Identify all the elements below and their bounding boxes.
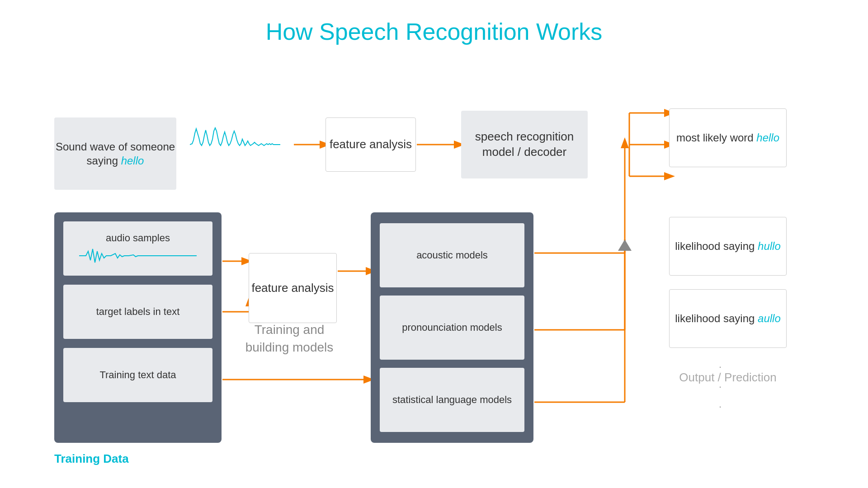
training-building-label: Training and building models	[244, 321, 335, 356]
arrow-model-to-output1	[589, 108, 679, 185]
pronunciation-models-label: pronounciation models	[402, 322, 502, 333]
acoustic-models-label: acoustic models	[416, 249, 488, 261]
feature-analysis-mid-box: feature analysis	[249, 253, 337, 323]
training-block: audio samples target labels in text Trai…	[54, 212, 222, 443]
waveform-svg	[190, 127, 280, 163]
audio-samples-label: audio samples	[106, 232, 170, 244]
arrow-text-to-slm	[222, 375, 376, 384]
speech-model-box: speech recognition model / decoder	[461, 111, 588, 178]
output3-text: likelihood saying aullo	[675, 311, 781, 325]
statistical-language-models-label: statistical language models	[392, 394, 512, 406]
diagram: Sound wave of someone saying hello featu…	[27, 68, 841, 474]
output1-text: most likely word hello	[676, 131, 779, 145]
statistical-language-models-box: statistical language models	[380, 368, 524, 432]
svg-marker-21	[618, 239, 632, 251]
output-label: Output / Prediction	[669, 371, 787, 385]
page-title: How Speech Recognition Works	[0, 0, 868, 45]
acoustic-models-box: acoustic models	[380, 223, 524, 287]
arrow-feature-to-model	[417, 138, 467, 151]
feature-analysis-top-box: feature analysis	[326, 117, 416, 172]
target-labels-label: target labels in text	[96, 306, 180, 318]
soundwave-text: Sound wave of someone saying hello	[54, 140, 176, 168]
models-block: acoustic models pronounciation models st…	[371, 212, 533, 443]
output2-text: likelihood saying hullo	[675, 239, 781, 253]
training-data-label: Training Data	[54, 452, 129, 466]
soundwave-box: Sound wave of someone saying hello	[54, 117, 176, 190]
training-text-data: Training text data	[63, 348, 212, 402]
dots: ···	[719, 357, 722, 417]
output-box-2: likelihood saying hullo	[669, 217, 787, 276]
training-audio-samples: audio samples	[63, 221, 212, 276]
feature-analysis-top-label: feature analysis	[330, 137, 412, 152]
audio-wave-svg	[71, 247, 205, 265]
training-target-labels: target labels in text	[63, 285, 212, 339]
pronunciation-models-box: pronounciation models	[380, 296, 524, 360]
training-text-label: Training text data	[99, 369, 176, 381]
feature-analysis-mid-label: feature analysis	[251, 281, 334, 296]
output-box-3: likelihood saying aullo	[669, 289, 787, 348]
output-box-1: most likely word hello	[669, 108, 787, 167]
speech-model-label: speech recognition model / decoder	[461, 129, 588, 160]
